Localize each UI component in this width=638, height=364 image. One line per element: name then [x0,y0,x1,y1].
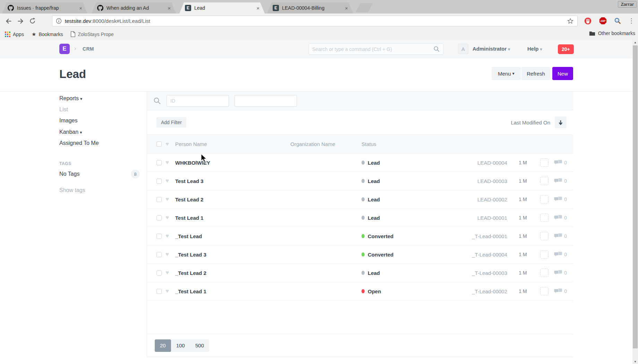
page-icon [70,31,75,37]
page-info-icon[interactable] [56,18,62,24]
user-menu[interactable]: Administrator▾ [473,46,510,52]
global-search-input[interactable] [312,46,433,52]
breadcrumb-module[interactable]: CRM [83,46,94,52]
show-tags-link[interactable]: Show tags [59,187,85,193]
heart-icon[interactable]: ♥ [165,141,175,148]
assign-placeholder[interactable] [540,177,548,185]
lead-name-link[interactable]: Test Lead 2 [175,197,290,202]
close-icon[interactable]: × [255,5,261,11]
sidebar-item-assigned-to-me[interactable]: Assigned To Me [59,140,99,146]
assign-placeholder[interactable] [540,250,548,259]
close-icon[interactable]: × [344,5,349,11]
erpnext-logo[interactable]: E [59,44,70,54]
table-row[interactable]: ♥ _Test Lead 3 Converted _T-Lead-00004 1… [147,245,573,264]
sidebar-item-no-tags[interactable]: No Tags [59,171,79,177]
page-length-500[interactable]: 500 [190,339,209,352]
sidebar-item-reports[interactable]: Reports▾ [59,95,82,102]
search-extension-icon[interactable] [613,17,622,25]
table-row[interactable]: ♥ Test Lead 2 Lead LEAD-00002 1 M 0 [147,190,573,209]
browser-menu-icon[interactable]: ⋮ [627,17,636,25]
lead-name-link[interactable]: _Test Lead 3 [175,252,290,258]
table-row[interactable]: ♥ WHKBOlWlEY Lead LEAD-00004 1 M 0 [147,154,573,172]
refresh-button[interactable]: Refresh [521,67,550,80]
lead-name-link[interactable]: _Test Lead [175,233,290,239]
bookmark-item-zolostays[interactable]: ZoloStays Prope [70,31,114,37]
sort-direction-button[interactable] [555,116,567,128]
bookmark-star-icon[interactable] [567,18,574,25]
menu-button[interactable]: Menu▾ [492,67,521,80]
browser-tab-issues[interactable]: Issues · frappe/frap × [2,2,87,14]
heart-icon[interactable]: ♥ [165,251,175,258]
tab-title: When adding an Ad [107,5,163,11]
close-icon[interactable]: × [167,5,172,11]
assign-placeholder[interactable] [540,287,548,295]
help-menu[interactable]: Help▾ [527,46,542,52]
global-search[interactable] [308,43,444,55]
lead-name-link[interactable]: WHKBOlWlEY [175,160,290,166]
new-button[interactable]: New [552,67,573,80]
table-row[interactable]: ♥ _Test Lead 1 Open _T-Lead-00002 1 M 0 [147,282,573,301]
row-checkbox[interactable] [156,179,162,184]
assign-placeholder[interactable] [540,232,548,240]
assign-placeholder[interactable] [540,158,548,167]
browser-scrollbar[interactable]: ▲ ▼ [632,40,638,364]
scrollbar-thumb[interactable] [633,45,638,348]
reload-button[interactable] [26,15,38,27]
browser-tab-when-adding[interactable]: When adding an Ad × [92,2,176,14]
user-avatar[interactable]: A [458,44,468,54]
sidebar-item-kanban[interactable]: Kanban▾ [59,129,82,135]
table-row[interactable]: ♥ Test Lead 3 Lead LEAD-00003 1 M 0 [147,172,573,190]
url-address-bar[interactable]: testsite.dev:8000/desk#List/Lead/List [52,16,578,26]
heart-icon[interactable]: ♥ [165,233,175,240]
heart-icon[interactable]: ♥ [165,269,175,276]
stop-blocker-extension-icon[interactable] [584,17,592,25]
scroll-up-icon[interactable]: ▲ [632,40,638,45]
heart-icon[interactable]: ♥ [165,177,175,184]
sort-field-selector[interactable]: Last Modified On [511,120,550,125]
new-tab-button[interactable] [356,3,373,12]
sidebar-item-list[interactable]: List [59,106,68,113]
assign-placeholder[interactable] [540,269,548,277]
row-checkbox[interactable] [156,197,162,202]
heart-icon[interactable]: ♥ [165,288,175,295]
desk-navbar: E › CRM A Administrator▾ Help▾ 20+ [0,40,632,58]
adblock-plus-extension-icon[interactable]: ABP [599,17,607,25]
lead-name-link[interactable]: Test Lead 1 [175,215,290,221]
row-checkbox[interactable] [156,215,162,220]
erpnext-favicon: E [185,5,191,11]
row-checkbox[interactable] [156,160,162,165]
table-row[interactable]: ♥ _Test Lead Converted _T-Lead-00001 1 M… [147,227,573,245]
notification-badge[interactable]: 20+ [558,44,574,54]
heart-icon[interactable]: ♥ [165,159,175,166]
browser-tab-lead-active[interactable]: E Lead × [179,2,265,14]
row-checkbox[interactable] [156,289,162,294]
select-all-checkbox[interactable] [156,141,162,147]
apps-shortcut[interactable]: Apps [5,32,24,37]
other-bookmarks-button[interactable]: Other bookmarks [589,31,635,36]
filter-id-input[interactable] [167,95,229,107]
heart-icon[interactable]: ♥ [165,214,175,221]
table-row[interactable]: ♥ Test Lead 1 Lead LEAD-00001 1 M 0 [147,209,573,227]
page-length-100[interactable]: 100 [171,339,190,352]
lead-name-link[interactable]: _Test Lead 1 [175,288,290,294]
row-checkbox[interactable] [156,234,162,239]
lead-name-link[interactable]: Test Lead 3 [175,178,290,184]
scroll-down-icon[interactable]: ▼ [632,359,638,364]
close-icon[interactable]: × [78,5,83,11]
row-checkbox[interactable] [156,252,162,257]
forward-button[interactable] [15,15,26,27]
assign-placeholder[interactable] [540,195,548,203]
row-checkbox[interactable] [156,270,162,276]
back-button[interactable] [3,15,15,27]
bookmarks-folder-shortcut[interactable]: ★ Bookmarks [32,31,63,37]
caret-down-icon: ▾ [80,130,82,135]
assign-placeholder[interactable] [540,214,548,222]
heart-icon[interactable]: ♥ [165,196,175,203]
page-length-20[interactable]: 20 [155,339,171,352]
add-filter-button[interactable]: Add Filter [156,117,186,128]
sidebar-item-images[interactable]: Images [59,118,77,124]
browser-tab-lead-00004[interactable]: E LEAD-00004-Billing × [267,2,353,14]
table-row[interactable]: ♥ _Test Lead 2 Lead _T-Lead-00003 1 M 0 [147,264,573,282]
lead-name-link[interactable]: _Test Lead 2 [175,270,290,276]
filter-value-input[interactable] [235,95,297,107]
